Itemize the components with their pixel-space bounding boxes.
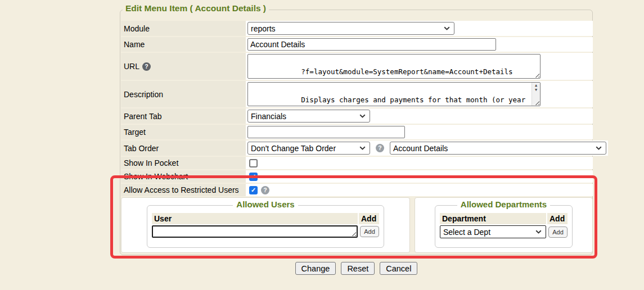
tab-order-help-icon[interactable]: ? bbox=[376, 144, 384, 152]
url-textarea[interactable]: ?f=layout&module=SystemReport&name=Accou… bbox=[247, 54, 541, 79]
allowed-users-table: User Add Add bbox=[152, 213, 379, 238]
url-help-icon[interactable]: ? bbox=[142, 62, 151, 71]
checkmark-icon: ✓ bbox=[251, 187, 256, 194]
row-tab-order: Tab Order Don't Change Tab Order ? Accou… bbox=[121, 141, 593, 156]
tab-order-item-select-value: Account Details bbox=[393, 144, 448, 153]
name-label: Name bbox=[121, 37, 246, 52]
module-select[interactable]: reports bbox=[247, 22, 454, 35]
tab-order-select[interactable]: Don't Change Tab Order bbox=[247, 142, 370, 155]
user-column-header: User bbox=[152, 213, 358, 224]
allowed-users-fieldset: Allowed Users User Add bbox=[147, 205, 384, 248]
parent-tab-select-value: Financials bbox=[251, 112, 286, 121]
row-url: URL ? ?f=layout&module=SystemReport&name… bbox=[121, 53, 593, 80]
edit-menu-item-fieldset: Edit Menu Item ( Account Details ) Modul… bbox=[120, 10, 593, 255]
allow-access-checkbox[interactable]: ✓ bbox=[249, 186, 258, 194]
show-in-pocket-label: Show In Pocket bbox=[121, 157, 246, 169]
user-input[interactable] bbox=[152, 225, 358, 238]
url-label-text: URL bbox=[124, 62, 139, 71]
row-show-in-pocket: Show In Pocket bbox=[121, 157, 593, 169]
url-label: URL ? bbox=[121, 53, 246, 80]
show-in-webchart-label: Show In Webchart bbox=[121, 170, 246, 183]
department-select[interactable]: Select a Dept bbox=[440, 225, 546, 238]
module-label: Module bbox=[121, 21, 246, 36]
row-show-in-webchart: Show In Webchart ✓ bbox=[121, 170, 593, 183]
allowed-users-cell: Allowed Users User Add bbox=[121, 197, 410, 253]
parent-tab-label: Parent Tab bbox=[121, 108, 246, 124]
description-textarea-value: Displays charges and payments for that m… bbox=[250, 96, 530, 106]
add-user-button[interactable]: Add bbox=[360, 226, 379, 237]
allowed-departments-fieldset: Allowed Departments Department Add Selec… bbox=[435, 205, 573, 248]
resize-grip-icon[interactable] bbox=[534, 72, 539, 78]
add-column-header: Add bbox=[359, 213, 379, 224]
parent-tab-select[interactable]: Financials bbox=[247, 110, 370, 123]
tab-order-select-value: Don't Change Tab Order bbox=[251, 144, 336, 153]
row-description: Description Displays charges and payment… bbox=[121, 81, 593, 107]
url-textarea-value: ?f=layout&module=SystemReport&name=Accou… bbox=[301, 67, 512, 76]
row-module: Module reports bbox=[121, 21, 593, 36]
scroll-down-icon[interactable]: ▼ bbox=[535, 88, 537, 92]
tab-order-item-select[interactable]: Account Details bbox=[390, 142, 606, 155]
department-column-header: Department bbox=[440, 213, 546, 224]
resize-grip-icon[interactable] bbox=[350, 230, 356, 236]
name-input[interactable] bbox=[247, 38, 496, 51]
allowed-departments-table: Department Add Select a Dept Add bbox=[440, 213, 568, 238]
page-title: Edit Menu Item ( Account Details ) bbox=[123, 3, 269, 13]
action-buttons: Change Reset Cancel bbox=[120, 262, 593, 275]
description-label: Description bbox=[121, 81, 246, 107]
chevron-down-icon bbox=[535, 230, 542, 234]
show-in-webchart-checkbox[interactable]: ✓ bbox=[249, 173, 258, 181]
edit-menu-item-page: Edit Menu Item ( Account Details ) Modul… bbox=[0, 0, 644, 290]
chevron-down-icon bbox=[444, 26, 450, 30]
cancel-button[interactable]: Cancel bbox=[380, 262, 417, 275]
chevron-down-icon bbox=[596, 146, 602, 150]
allowed-departments-cell: Allowed Departments Department Add Selec… bbox=[415, 197, 593, 253]
chevron-down-icon bbox=[359, 114, 366, 118]
target-label: Target bbox=[121, 125, 246, 139]
form-rows: Module reports Name URL ? bbox=[121, 21, 593, 253]
allowed-departments-legend: Allowed Departments bbox=[457, 200, 550, 209]
checkmark-icon: ✓ bbox=[251, 173, 256, 180]
row-allow-access: Allow Access to Restricted Users ✓ ? bbox=[121, 184, 593, 196]
allow-access-help-icon[interactable]: ? bbox=[261, 186, 269, 194]
target-input[interactable] bbox=[247, 126, 405, 138]
reset-button[interactable]: Reset bbox=[341, 262, 375, 275]
show-in-pocket-checkbox[interactable] bbox=[249, 159, 258, 167]
allowed-section: Allowed Users User Add bbox=[121, 197, 593, 253]
tab-order-label: Tab Order bbox=[121, 141, 246, 156]
change-button[interactable]: Change bbox=[295, 262, 336, 275]
row-parent-tab: Parent Tab Financials bbox=[121, 108, 593, 124]
scroll-up-icon[interactable]: ▲ bbox=[535, 83, 537, 88]
add-column-header: Add bbox=[547, 213, 568, 224]
allow-access-label: Allow Access to Restricted Users bbox=[121, 184, 246, 196]
row-name: Name bbox=[121, 37, 593, 52]
row-target: Target bbox=[121, 125, 593, 139]
chevron-down-icon bbox=[359, 146, 366, 150]
department-select-value: Select a Dept bbox=[443, 228, 490, 237]
allowed-users-legend: Allowed Users bbox=[233, 200, 298, 209]
add-department-button[interactable]: Add bbox=[548, 226, 568, 238]
description-textarea[interactable]: Displays charges and payments for that m… bbox=[247, 82, 541, 106]
module-select-value: reports bbox=[251, 24, 276, 33]
